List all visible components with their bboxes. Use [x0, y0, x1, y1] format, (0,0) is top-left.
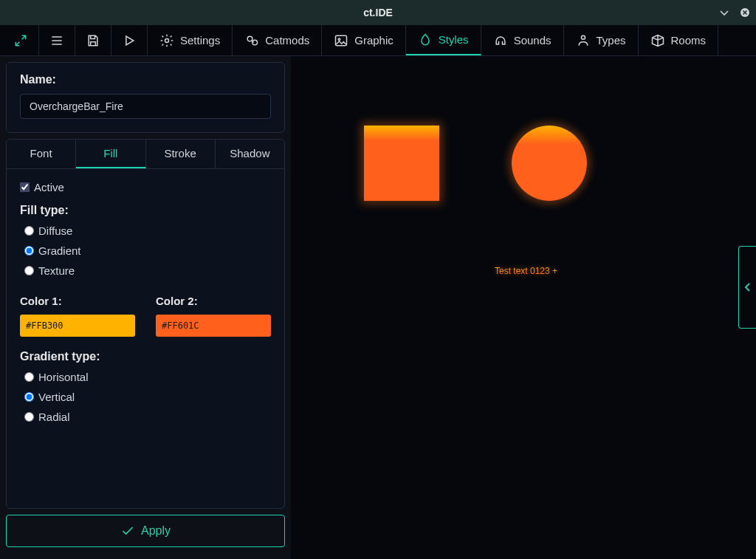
catmods-label: Catmods — [265, 34, 309, 47]
color1-label: Color 1: — [20, 295, 135, 307]
active-label: Active — [34, 181, 64, 193]
side-panel-toggle[interactable] — [738, 246, 756, 329]
gradient-radial-label: Radial — [38, 411, 70, 423]
gradient-vertical-radio[interactable] — [24, 392, 34, 402]
preview-circle-shape — [512, 126, 587, 201]
settings-label: Settings — [180, 34, 220, 47]
tab-font[interactable]: Font — [7, 140, 76, 168]
fill-type-diffuse-label: Diffuse — [38, 224, 72, 237]
save-button[interactable] — [75, 25, 111, 55]
gradient-type-heading: Gradient type: — [20, 350, 271, 363]
tab-shadow[interactable]: Shadow — [216, 140, 284, 168]
types-label: Types — [597, 34, 626, 47]
run-button[interactable] — [111, 25, 148, 55]
gradient-vertical-label: Vertical — [38, 391, 75, 403]
svg-point-2 — [247, 36, 252, 41]
graphic-tab[interactable]: Graphic — [322, 25, 406, 55]
fill-type-texture-label: Texture — [38, 264, 75, 277]
fill-type-gradient-label: Gradient — [38, 244, 81, 257]
fill-type-texture-radio[interactable] — [24, 266, 34, 275]
graphic-label: Graphic — [354, 34, 394, 47]
rooms-tab[interactable]: Rooms — [639, 25, 719, 55]
name-card: Name: — [6, 62, 285, 133]
svg-point-6 — [581, 35, 585, 39]
color1-swatch[interactable]: #FFB300 — [20, 315, 135, 337]
catmods-tab[interactable]: Catmods — [233, 25, 322, 55]
gradient-horisontal-label: Horisontal — [38, 371, 89, 383]
style-name-input[interactable] — [20, 94, 271, 119]
style-editor-card: Font Fill Stroke Shadow Active Fill type… — [6, 139, 285, 509]
gradient-radial-radio[interactable] — [24, 412, 34, 422]
active-checkbox[interactable] — [20, 182, 30, 192]
styles-label: Styles — [439, 33, 469, 46]
fill-type-heading: Fill type: — [20, 204, 271, 217]
tab-stroke[interactable]: Stroke — [146, 140, 216, 168]
preview-square-shape — [364, 126, 439, 201]
fill-type-gradient-radio[interactable] — [24, 246, 34, 256]
rooms-label: Rooms — [671, 34, 707, 47]
settings-tab[interactable]: Settings — [148, 25, 233, 55]
svg-point-5 — [338, 38, 340, 41]
preview-area: Test text 0123 + — [291, 56, 756, 559]
menu-button[interactable] — [39, 25, 75, 55]
fullscreen-button[interactable] — [3, 25, 39, 55]
svg-point-1 — [165, 38, 169, 42]
styles-tab[interactable]: Styles — [406, 25, 481, 55]
color2-label: Color 2: — [156, 295, 271, 307]
sounds-tab[interactable]: Sounds — [481, 25, 564, 55]
main-toolbar: Settings Catmods Graphic Styles Sounds T… — [0, 25, 756, 56]
close-icon[interactable] — [740, 7, 750, 18]
color2-swatch[interactable]: #FF601C — [156, 315, 271, 337]
name-label: Name: — [20, 73, 56, 86]
fill-type-diffuse-radio[interactable] — [24, 226, 34, 236]
preview-test-text: Test text 0123 + — [495, 266, 557, 276]
tab-fill[interactable]: Fill — [76, 140, 145, 168]
sounds-label: Sounds — [514, 34, 551, 47]
titlebar: ct.IDE — [0, 0, 756, 25]
apply-label: Apply — [141, 524, 171, 538]
apply-button[interactable]: Apply — [6, 515, 285, 547]
gradient-horisontal-radio[interactable] — [24, 372, 34, 382]
minimize-icon[interactable] — [719, 7, 729, 18]
window-title: ct.IDE — [363, 7, 393, 18]
types-tab[interactable]: Types — [564, 25, 639, 55]
svg-rect-4 — [336, 35, 347, 45]
